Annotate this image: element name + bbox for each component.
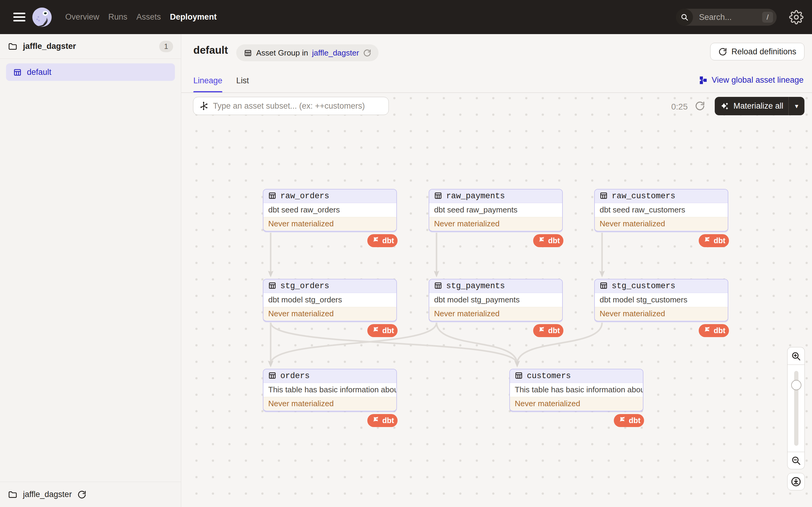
zoom-out-icon <box>791 455 801 466</box>
asset-description: dbt model stg_orders <box>263 293 396 307</box>
top-nav: OverviewRunsAssetsDeployment Search... / <box>0 0 812 34</box>
materialize-all-label: Materialize all <box>733 101 783 111</box>
refresh-icon[interactable] <box>77 490 86 499</box>
nav-item-assets[interactable]: Assets <box>137 12 161 22</box>
view-global-asset-lineage-link[interactable]: View global asset lineage <box>699 75 804 85</box>
tab-lineage[interactable]: Lineage <box>193 74 222 93</box>
asset-status: Never materialized <box>595 307 728 321</box>
asset-node-raw_orders[interactable]: raw_ordersdbt seed raw_ordersNever mater… <box>263 189 397 231</box>
asset-status: Never materialized <box>263 307 396 321</box>
asset-status: Never materialized <box>595 217 728 231</box>
asset-subset-input[interactable]: Type an asset subset... (ex: ++customers… <box>193 97 389 115</box>
asset-status: Never materialized <box>510 397 643 410</box>
folder-icon <box>8 490 17 500</box>
dbt-badge-label: dbt <box>383 326 394 335</box>
asset-node-raw_payments[interactable]: raw_paymentsdbt seed raw_paymentsNever m… <box>429 189 563 231</box>
dbt-badge-label: dbt <box>629 416 641 425</box>
asset-node-stg_orders[interactable]: stg_ordersdbt model stg_ordersNever mate… <box>263 279 397 321</box>
asset-name: orders <box>280 372 310 381</box>
table-icon <box>268 371 277 381</box>
dbt-badge: dbt <box>699 234 729 247</box>
nav-item-overview[interactable]: Overview <box>65 12 99 22</box>
lineage-edge-stg_payments-to-customers <box>437 323 517 364</box>
sidebar-footer-code-location[interactable]: jaffle_dagster <box>0 482 181 507</box>
dbt-logo-icon <box>537 325 546 336</box>
gear-icon[interactable] <box>789 10 804 24</box>
dbt-badge-label: dbt <box>548 236 560 245</box>
asset-status: Never materialized <box>263 217 396 231</box>
dbt-logo-icon <box>702 235 711 246</box>
table-icon <box>599 281 608 291</box>
asset-node-header: stg_payments <box>429 279 562 293</box>
asset-node-customers[interactable]: customersThis table has basic informatio… <box>509 369 644 411</box>
dbt-badge-label: dbt <box>714 236 726 245</box>
asset-description: dbt model stg_customers <box>595 293 728 307</box>
asset-node-header: raw_payments <box>429 189 562 203</box>
asset-name: stg_customers <box>612 282 675 291</box>
asset-node-stg_payments[interactable]: stg_paymentsdbt model stg_paymentsNever … <box>429 279 563 321</box>
lineage-canvas[interactable]: raw_ordersdbt seed raw_ordersNever mater… <box>181 93 812 507</box>
asset-node-header: stg_orders <box>263 279 396 293</box>
menu-icon[interactable] <box>13 13 26 21</box>
materialize-all-button[interactable]: Materialize all ▾ <box>715 97 804 115</box>
dbt-badge-label: dbt <box>383 236 394 245</box>
search-input[interactable]: Search... / <box>676 9 777 25</box>
table-icon <box>434 191 443 201</box>
asset-node-header: raw_orders <box>263 189 396 203</box>
page-title: default <box>193 44 228 56</box>
materialize-options-dropdown[interactable]: ▾ <box>789 97 804 115</box>
asset-name: stg_orders <box>280 282 329 291</box>
table-icon <box>268 191 277 201</box>
refresh-icon[interactable] <box>695 101 705 111</box>
nav-item-runs[interactable]: Runs <box>108 12 128 22</box>
search-placeholder: Search... <box>699 13 762 22</box>
asset-name: raw_payments <box>446 192 505 201</box>
asset-name: stg_payments <box>446 282 505 291</box>
code-location-link[interactable]: jaffle_dagster <box>312 48 359 58</box>
sidebar-item-code-location[interactable]: jaffle_dagster 1 <box>0 34 181 59</box>
dbt-logo-icon <box>702 325 711 336</box>
zoom-out-button[interactable] <box>787 452 805 469</box>
asset-group-pill-text: Asset Group in <box>256 48 308 58</box>
dbt-logo-icon <box>617 415 626 426</box>
dbt-badge: dbt <box>533 324 563 337</box>
zoom-in-button[interactable] <box>787 347 805 364</box>
sidebar: jaffle_dagster 1 default jaffle_dagster <box>0 34 181 507</box>
dbt-badge-label: dbt <box>548 326 560 335</box>
asset-description: dbt seed raw_customers <box>595 203 728 217</box>
asset-group-pill: Asset Group in jaffle_dagster <box>236 44 378 61</box>
asset-name: raw_orders <box>280 192 329 201</box>
asset-node-stg_customers[interactable]: stg_customersdbt model stg_customersNeve… <box>594 279 728 321</box>
zoom-in-icon <box>791 351 801 361</box>
asset-node-orders[interactable]: ordersThis table has basic information a… <box>263 369 397 411</box>
asset-node-header: raw_customers <box>595 189 728 203</box>
sidebar-item-default-group[interactable]: default <box>6 63 175 81</box>
reload-definitions-button[interactable]: Reload definitions <box>710 43 804 60</box>
asset-name: customers <box>527 372 571 381</box>
group-label: default <box>27 68 51 77</box>
dbt-badge-label: dbt <box>383 416 394 425</box>
zoom-slider-handle[interactable] <box>791 380 801 390</box>
materialize-all-main[interactable]: Materialize all <box>715 97 789 115</box>
tab-list[interactable]: List <box>236 74 249 93</box>
asset-description: dbt seed raw_orders <box>263 203 396 217</box>
footer-location-label: jaffle_dagster <box>23 490 72 499</box>
dbt-logo-icon <box>371 325 380 336</box>
refresh-icon <box>718 47 727 56</box>
download-image-button[interactable] <box>787 473 805 490</box>
dbt-badge: dbt <box>367 324 398 337</box>
search-shortcut-badge: / <box>762 12 773 23</box>
view-global-asset-lineage-label: View global asset lineage <box>712 75 804 85</box>
nav-item-deployment[interactable]: Deployment <box>170 12 217 22</box>
table-icon <box>599 191 608 201</box>
download-icon <box>791 476 801 487</box>
asset-node-header: stg_customers <box>595 279 728 293</box>
dagster-logo-icon[interactable] <box>32 7 52 27</box>
asset-node-raw_customers[interactable]: raw_customersdbt seed raw_customersNever… <box>594 189 728 231</box>
refresh-icon[interactable] <box>363 49 371 57</box>
lineage-icon <box>699 76 708 85</box>
dbt-badge: dbt <box>614 414 644 427</box>
dbt-logo-icon <box>371 235 380 246</box>
asset-description: This table has basic information about .… <box>510 383 643 397</box>
lineage-edge-stg_payments-to-orders <box>271 323 437 364</box>
